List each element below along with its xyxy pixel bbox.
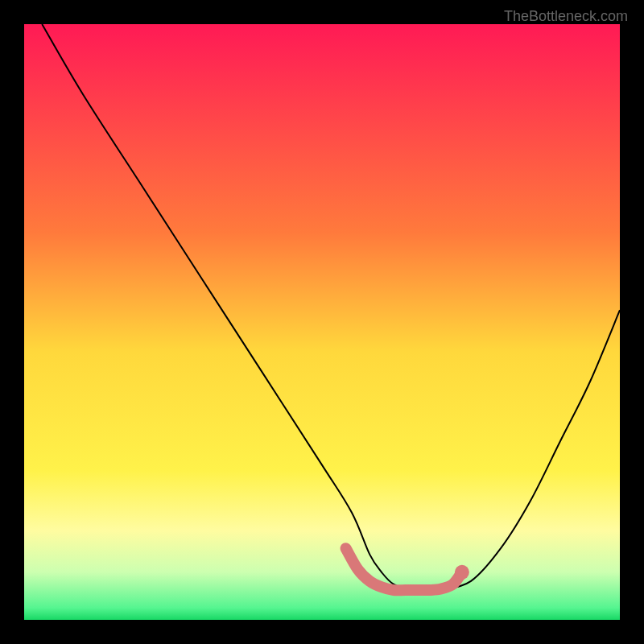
plot-area bbox=[24, 24, 620, 620]
curve-layer bbox=[24, 24, 620, 620]
highlight-endpoint bbox=[455, 565, 469, 580]
highlight-minimum bbox=[346, 548, 462, 590]
watermark-text: TheBottleneck.com bbox=[504, 8, 628, 25]
bottleneck-curve bbox=[42, 24, 620, 591]
